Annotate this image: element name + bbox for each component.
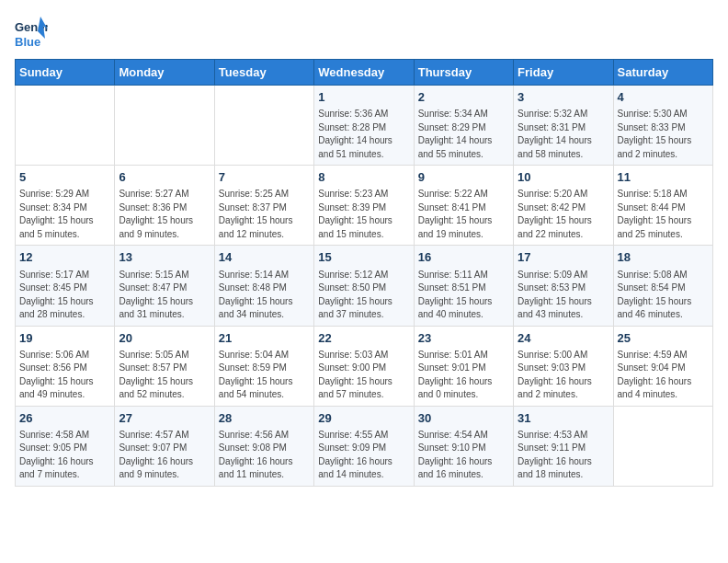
svg-text:Blue: Blue [15, 35, 40, 49]
day-number: 31 [518, 410, 609, 427]
day-info: Sunrise: 5:01 AMSunset: 9:01 PMDaylight:… [418, 349, 509, 402]
day-number: 20 [119, 330, 210, 347]
day-info: Sunrise: 4:59 AMSunset: 9:04 PMDaylight:… [618, 349, 709, 402]
calendar-cell: 12Sunrise: 5:17 AMSunset: 8:45 PMDayligh… [16, 246, 115, 326]
day-number: 23 [418, 330, 509, 347]
calendar-cell: 27Sunrise: 4:57 AMSunset: 9:07 PMDayligh… [115, 406, 214, 486]
day-info: Sunrise: 4:57 AMSunset: 9:07 PMDaylight:… [119, 429, 210, 482]
day-number: 10 [518, 169, 609, 186]
day-info: Sunrise: 5:09 AMSunset: 8:53 PMDaylight:… [518, 269, 609, 322]
day-number: 17 [518, 249, 609, 266]
day-number: 25 [618, 330, 709, 347]
day-number: 26 [19, 410, 110, 427]
calendar-table: SundayMondayTuesdayWednesdayThursdayFrid… [15, 59, 713, 487]
day-info: Sunrise: 5:36 AMSunset: 8:28 PMDaylight:… [318, 108, 409, 161]
header-day-wednesday: Wednesday [314, 60, 414, 86]
header-day-monday: Monday [115, 60, 214, 86]
calendar-cell: 14Sunrise: 5:14 AMSunset: 8:48 PMDayligh… [214, 246, 313, 326]
calendar-cell: 13Sunrise: 5:15 AMSunset: 8:47 PMDayligh… [115, 246, 214, 326]
day-info: Sunrise: 5:27 AMSunset: 8:36 PMDaylight:… [119, 188, 210, 241]
calendar-cell: 23Sunrise: 5:01 AMSunset: 9:01 PMDayligh… [414, 326, 513, 406]
day-number: 22 [318, 330, 409, 347]
day-number: 19 [19, 330, 110, 347]
day-number: 15 [318, 249, 409, 266]
day-number: 7 [219, 169, 310, 186]
calendar-cell: 29Sunrise: 4:55 AMSunset: 9:09 PMDayligh… [314, 406, 414, 486]
calendar-cell: 25Sunrise: 4:59 AMSunset: 9:04 PMDayligh… [613, 326, 712, 406]
day-info: Sunrise: 5:04 AMSunset: 8:59 PMDaylight:… [219, 349, 310, 402]
calendar-cell: 4Sunrise: 5:30 AMSunset: 8:33 PMDaylight… [613, 86, 712, 166]
day-number: 18 [618, 249, 709, 266]
day-number: 3 [518, 89, 609, 106]
week-row-1: 1Sunrise: 5:36 AMSunset: 8:28 PMDaylight… [16, 86, 713, 166]
calendar-cell: 28Sunrise: 4:56 AMSunset: 9:08 PMDayligh… [214, 406, 313, 486]
calendar-cell: 26Sunrise: 4:58 AMSunset: 9:05 PMDayligh… [16, 406, 115, 486]
day-number: 12 [19, 249, 110, 266]
day-info: Sunrise: 5:22 AMSunset: 8:41 PMDaylight:… [418, 188, 509, 241]
day-number: 8 [318, 169, 409, 186]
calendar-cell: 22Sunrise: 5:03 AMSunset: 9:00 PMDayligh… [314, 326, 414, 406]
day-number: 21 [219, 330, 310, 347]
calendar-cell: 31Sunrise: 4:53 AMSunset: 9:11 PMDayligh… [514, 406, 613, 486]
week-row-2: 5Sunrise: 5:29 AMSunset: 8:34 PMDaylight… [16, 166, 713, 246]
day-number: 5 [19, 169, 110, 186]
calendar-cell: 15Sunrise: 5:12 AMSunset: 8:50 PMDayligh… [314, 246, 414, 326]
calendar-cell: 20Sunrise: 5:05 AMSunset: 8:57 PMDayligh… [115, 326, 214, 406]
day-info: Sunrise: 5:11 AMSunset: 8:51 PMDaylight:… [418, 269, 509, 322]
day-info: Sunrise: 4:53 AMSunset: 9:11 PMDaylight:… [518, 429, 609, 482]
day-info: Sunrise: 5:06 AMSunset: 8:56 PMDaylight:… [19, 349, 110, 402]
calendar-cell [16, 86, 115, 166]
day-info: Sunrise: 5:05 AMSunset: 8:57 PMDaylight:… [119, 349, 210, 402]
day-info: Sunrise: 5:00 AMSunset: 9:03 PMDaylight:… [518, 349, 609, 402]
week-row-5: 26Sunrise: 4:58 AMSunset: 9:05 PMDayligh… [16, 406, 713, 486]
day-number: 2 [418, 89, 509, 106]
day-info: Sunrise: 5:29 AMSunset: 8:34 PMDaylight:… [19, 188, 110, 241]
day-info: Sunrise: 4:55 AMSunset: 9:09 PMDaylight:… [318, 429, 409, 482]
calendar-cell: 2Sunrise: 5:34 AMSunset: 8:29 PMDaylight… [414, 86, 513, 166]
day-number: 29 [318, 410, 409, 427]
calendar-cell: 1Sunrise: 5:36 AMSunset: 8:28 PMDaylight… [314, 86, 414, 166]
day-number: 28 [219, 410, 310, 427]
calendar-cell: 10Sunrise: 5:20 AMSunset: 8:42 PMDayligh… [514, 166, 613, 246]
day-info: Sunrise: 5:17 AMSunset: 8:45 PMDaylight:… [19, 269, 110, 322]
calendar-cell [613, 406, 712, 486]
day-info: Sunrise: 5:32 AMSunset: 8:31 PMDaylight:… [518, 108, 609, 161]
day-info: Sunrise: 5:18 AMSunset: 8:44 PMDaylight:… [618, 188, 709, 241]
logo-svg: General Blue [15, 15, 48, 52]
calendar-cell: 11Sunrise: 5:18 AMSunset: 8:44 PMDayligh… [613, 166, 712, 246]
day-number: 16 [418, 249, 509, 266]
calendar-cell: 18Sunrise: 5:08 AMSunset: 8:54 PMDayligh… [613, 246, 712, 326]
header: General Blue [15, 15, 713, 52]
calendar-cell: 19Sunrise: 5:06 AMSunset: 8:56 PMDayligh… [16, 326, 115, 406]
day-info: Sunrise: 4:54 AMSunset: 9:10 PMDaylight:… [418, 429, 509, 482]
day-info: Sunrise: 5:34 AMSunset: 8:29 PMDaylight:… [418, 108, 509, 161]
week-row-4: 19Sunrise: 5:06 AMSunset: 8:56 PMDayligh… [16, 326, 713, 406]
day-info: Sunrise: 5:25 AMSunset: 8:37 PMDaylight:… [219, 188, 310, 241]
header-row: SundayMondayTuesdayWednesdayThursdayFrid… [16, 60, 713, 86]
day-info: Sunrise: 5:14 AMSunset: 8:48 PMDaylight:… [219, 269, 310, 322]
calendar-cell: 30Sunrise: 4:54 AMSunset: 9:10 PMDayligh… [414, 406, 513, 486]
day-info: Sunrise: 5:08 AMSunset: 8:54 PMDaylight:… [618, 269, 709, 322]
header-day-sunday: Sunday [16, 60, 115, 86]
day-number: 11 [618, 169, 709, 186]
day-number: 13 [119, 249, 210, 266]
logo: General Blue [15, 15, 48, 52]
day-number: 1 [318, 89, 409, 106]
day-number: 9 [418, 169, 509, 186]
calendar-cell: 5Sunrise: 5:29 AMSunset: 8:34 PMDaylight… [16, 166, 115, 246]
calendar-cell: 16Sunrise: 5:11 AMSunset: 8:51 PMDayligh… [414, 246, 513, 326]
day-number: 30 [418, 410, 509, 427]
calendar-cell: 8Sunrise: 5:23 AMSunset: 8:39 PMDaylight… [314, 166, 414, 246]
day-info: Sunrise: 4:56 AMSunset: 9:08 PMDaylight:… [219, 429, 310, 482]
calendar-cell [115, 86, 214, 166]
calendar-cell: 3Sunrise: 5:32 AMSunset: 8:31 PMDaylight… [514, 86, 613, 166]
calendar-cell: 24Sunrise: 5:00 AMSunset: 9:03 PMDayligh… [514, 326, 613, 406]
header-day-tuesday: Tuesday [214, 60, 313, 86]
day-number: 27 [119, 410, 210, 427]
header-day-saturday: Saturday [613, 60, 712, 86]
day-number: 24 [518, 330, 609, 347]
calendar-cell: 9Sunrise: 5:22 AMSunset: 8:41 PMDaylight… [414, 166, 513, 246]
calendar-cell: 21Sunrise: 5:04 AMSunset: 8:59 PMDayligh… [214, 326, 313, 406]
day-info: Sunrise: 5:30 AMSunset: 8:33 PMDaylight:… [618, 108, 709, 161]
week-row-3: 12Sunrise: 5:17 AMSunset: 8:45 PMDayligh… [16, 246, 713, 326]
